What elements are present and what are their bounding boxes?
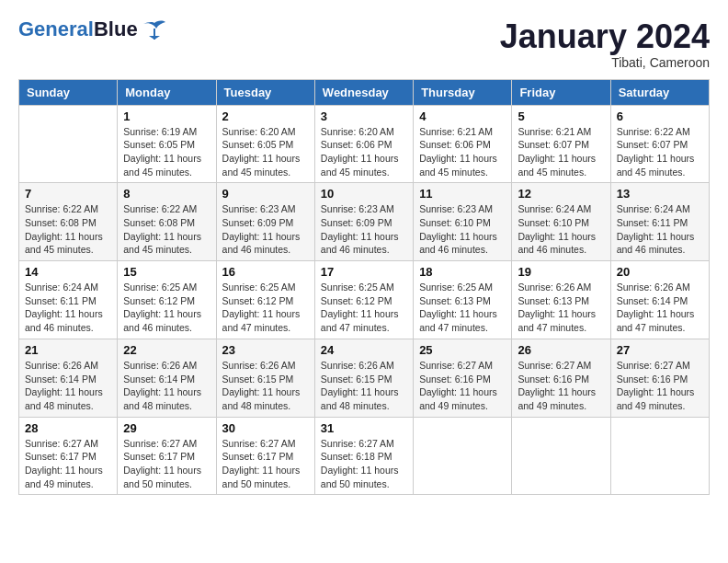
day-info: Sunrise: 6:26 AM Sunset: 6:14 PM Dayligh… [25, 359, 111, 413]
day-info: Sunrise: 6:24 AM Sunset: 6:10 PM Dayligh… [518, 202, 604, 257]
day-info: Sunrise: 6:26 AM Sunset: 6:15 PM Dayligh… [321, 359, 407, 413]
calendar-cell: 14Sunrise: 6:24 AM Sunset: 6:11 PM Dayli… [19, 261, 118, 339]
day-info: Sunrise: 6:27 AM Sunset: 6:17 PM Dayligh… [222, 437, 309, 491]
calendar-cell: 9Sunrise: 6:23 AM Sunset: 6:09 PM Daylig… [216, 183, 314, 261]
calendar-cell: 20Sunrise: 6:26 AM Sunset: 6:14 PM Dayli… [610, 261, 709, 339]
day-number: 14 [25, 265, 111, 279]
day-number: 4 [419, 109, 506, 123]
calendar-day-header: Sunday [19, 79, 118, 105]
calendar-cell: 6Sunrise: 6:22 AM Sunset: 6:07 PM Daylig… [610, 105, 709, 183]
calendar-cell: 17Sunrise: 6:25 AM Sunset: 6:12 PM Dayli… [314, 261, 413, 339]
day-info: Sunrise: 6:22 AM Sunset: 6:08 PM Dayligh… [123, 202, 210, 257]
calendar-cell [512, 417, 610, 495]
day-info: Sunrise: 6:25 AM Sunset: 6:12 PM Dayligh… [222, 281, 309, 335]
day-info: Sunrise: 6:26 AM Sunset: 6:13 PM Dayligh… [518, 281, 604, 335]
day-info: Sunrise: 6:25 AM Sunset: 6:13 PM Dayligh… [419, 281, 506, 335]
calendar-cell: 16Sunrise: 6:25 AM Sunset: 6:12 PM Dayli… [216, 261, 314, 339]
day-number: 11 [419, 187, 506, 201]
day-info: Sunrise: 6:27 AM Sunset: 6:17 PM Dayligh… [123, 437, 210, 491]
calendar-cell: 29Sunrise: 6:27 AM Sunset: 6:17 PM Dayli… [118, 417, 216, 495]
calendar-cell: 30Sunrise: 6:27 AM Sunset: 6:17 PM Dayli… [216, 417, 314, 495]
logo-bird-icon [142, 19, 167, 40]
day-number: 3 [321, 109, 407, 123]
day-info: Sunrise: 6:26 AM Sunset: 6:14 PM Dayligh… [617, 281, 703, 335]
calendar-cell: 4Sunrise: 6:21 AM Sunset: 6:06 PM Daylig… [414, 105, 512, 183]
calendar-cell: 2Sunrise: 6:20 AM Sunset: 6:05 PM Daylig… [216, 105, 314, 183]
day-number: 20 [617, 265, 703, 279]
calendar-cell: 18Sunrise: 6:25 AM Sunset: 6:13 PM Dayli… [414, 261, 512, 339]
day-info: Sunrise: 6:27 AM Sunset: 6:16 PM Dayligh… [518, 359, 604, 413]
calendar-week-row: 28Sunrise: 6:27 AM Sunset: 6:17 PM Dayli… [19, 417, 710, 495]
day-number: 1 [123, 109, 210, 123]
day-info: Sunrise: 6:25 AM Sunset: 6:12 PM Dayligh… [123, 281, 210, 335]
calendar-cell: 10Sunrise: 6:23 AM Sunset: 6:09 PM Dayli… [314, 183, 413, 261]
day-info: Sunrise: 6:20 AM Sunset: 6:05 PM Dayligh… [222, 125, 309, 179]
day-info: Sunrise: 6:20 AM Sunset: 6:06 PM Dayligh… [321, 125, 407, 179]
day-number: 2 [222, 109, 309, 123]
calendar-cell: 15Sunrise: 6:25 AM Sunset: 6:12 PM Dayli… [118, 261, 216, 339]
day-number: 28 [25, 421, 111, 435]
calendar-cell: 8Sunrise: 6:22 AM Sunset: 6:08 PM Daylig… [118, 183, 216, 261]
day-number: 21 [25, 343, 111, 357]
calendar-cell: 19Sunrise: 6:26 AM Sunset: 6:13 PM Dayli… [512, 261, 610, 339]
calendar-cell: 25Sunrise: 6:27 AM Sunset: 6:16 PM Dayli… [414, 339, 512, 417]
day-info: Sunrise: 6:24 AM Sunset: 6:11 PM Dayligh… [617, 202, 703, 257]
day-info: Sunrise: 6:21 AM Sunset: 6:06 PM Dayligh… [419, 125, 506, 179]
calendar-cell: 22Sunrise: 6:26 AM Sunset: 6:14 PM Dayli… [118, 339, 216, 417]
day-number: 24 [321, 343, 407, 357]
day-number: 16 [222, 265, 309, 279]
day-info: Sunrise: 6:22 AM Sunset: 6:08 PM Dayligh… [25, 202, 111, 257]
logo: GeneralBlue [18, 18, 167, 40]
day-number: 5 [518, 109, 604, 123]
calendar-cell: 31Sunrise: 6:27 AM Sunset: 6:18 PM Dayli… [314, 417, 413, 495]
calendar-cell: 13Sunrise: 6:24 AM Sunset: 6:11 PM Dayli… [610, 183, 709, 261]
day-info: Sunrise: 6:26 AM Sunset: 6:14 PM Dayligh… [123, 359, 210, 413]
calendar-cell: 21Sunrise: 6:26 AM Sunset: 6:14 PM Dayli… [19, 339, 118, 417]
day-number: 9 [222, 187, 309, 201]
calendar-cell: 1Sunrise: 6:19 AM Sunset: 6:05 PM Daylig… [118, 105, 216, 183]
day-number: 29 [123, 421, 210, 435]
day-number: 23 [222, 343, 309, 357]
calendar-cell: 27Sunrise: 6:27 AM Sunset: 6:16 PM Dayli… [610, 339, 709, 417]
calendar-cell: 7Sunrise: 6:22 AM Sunset: 6:08 PM Daylig… [19, 183, 118, 261]
day-info: Sunrise: 6:27 AM Sunset: 6:16 PM Dayligh… [617, 359, 703, 413]
calendar-cell: 24Sunrise: 6:26 AM Sunset: 6:15 PM Dayli… [314, 339, 413, 417]
day-number: 6 [617, 109, 703, 123]
calendar-title: January 2024 [500, 18, 710, 55]
calendar-day-header: Thursday [414, 79, 512, 105]
logo-text-blue: Blue [94, 17, 138, 40]
day-number: 10 [321, 187, 407, 201]
day-info: Sunrise: 6:19 AM Sunset: 6:05 PM Dayligh… [123, 125, 210, 179]
calendar-cell: 11Sunrise: 6:23 AM Sunset: 6:10 PM Dayli… [414, 183, 512, 261]
calendar-week-row: 14Sunrise: 6:24 AM Sunset: 6:11 PM Dayli… [19, 261, 710, 339]
day-number: 7 [25, 187, 111, 201]
calendar-cell: 5Sunrise: 6:21 AM Sunset: 6:07 PM Daylig… [512, 105, 610, 183]
calendar-cell: 3Sunrise: 6:20 AM Sunset: 6:06 PM Daylig… [314, 105, 413, 183]
page-header: GeneralBlue January 2024 Tibati, Cameroo… [18, 18, 710, 70]
calendar-day-header: Saturday [610, 79, 709, 105]
calendar-day-header: Monday [118, 79, 216, 105]
day-number: 12 [518, 187, 604, 201]
calendar-table: SundayMondayTuesdayWednesdayThursdayFrid… [18, 79, 710, 496]
day-number: 25 [419, 343, 506, 357]
day-number: 31 [321, 421, 407, 435]
calendar-cell: 26Sunrise: 6:27 AM Sunset: 6:16 PM Dayli… [512, 339, 610, 417]
logo-text-general: General [18, 17, 94, 40]
calendar-cell [414, 417, 512, 495]
calendar-subtitle: Tibati, Cameroon [500, 55, 710, 70]
day-number: 27 [617, 343, 703, 357]
day-number: 26 [518, 343, 604, 357]
day-info: Sunrise: 6:23 AM Sunset: 6:09 PM Dayligh… [321, 202, 407, 257]
calendar-day-header: Friday [512, 79, 610, 105]
calendar-day-header: Tuesday [216, 79, 314, 105]
day-info: Sunrise: 6:26 AM Sunset: 6:15 PM Dayligh… [222, 359, 309, 413]
day-number: 19 [518, 265, 604, 279]
calendar-week-row: 21Sunrise: 6:26 AM Sunset: 6:14 PM Dayli… [19, 339, 710, 417]
day-info: Sunrise: 6:27 AM Sunset: 6:18 PM Dayligh… [321, 437, 407, 491]
calendar-header-row: SundayMondayTuesdayWednesdayThursdayFrid… [19, 79, 710, 105]
day-info: Sunrise: 6:25 AM Sunset: 6:12 PM Dayligh… [321, 281, 407, 335]
day-number: 17 [321, 265, 407, 279]
day-number: 8 [123, 187, 210, 201]
day-info: Sunrise: 6:23 AM Sunset: 6:10 PM Dayligh… [419, 202, 506, 257]
calendar-cell [19, 105, 118, 183]
